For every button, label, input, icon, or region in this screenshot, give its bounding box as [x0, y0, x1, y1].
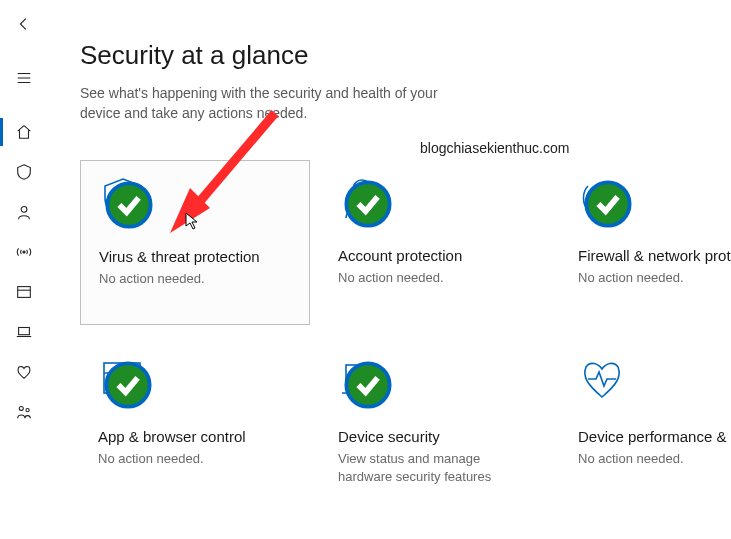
- card-grid: Virus & threat protection No action need…: [80, 160, 731, 506]
- heart-icon: [15, 363, 33, 381]
- main-content: Security at a glance See what's happenin…: [48, 0, 731, 539]
- hamburger-icon: [15, 69, 33, 87]
- card-virus-threat[interactable]: Virus & threat protection No action need…: [80, 160, 310, 325]
- svg-rect-2: [18, 287, 31, 298]
- card-performance-health[interactable]: Device performance & health No action ne…: [560, 341, 731, 506]
- nav-firewall[interactable]: [4, 232, 44, 272]
- page-subtitle: See what's happening with the security a…: [80, 83, 480, 124]
- nav-device-security[interactable]: [4, 312, 44, 352]
- card-status: No action needed.: [578, 269, 731, 287]
- card-title: Virus & threat protection: [99, 247, 291, 267]
- nav-performance[interactable]: [4, 352, 44, 392]
- menu-button[interactable]: [4, 58, 44, 98]
- svg-rect-3: [19, 328, 30, 335]
- back-arrow-icon: [15, 15, 33, 33]
- check-badge-icon: [344, 180, 392, 228]
- card-title: Firewall & network protection: [578, 246, 731, 266]
- nav-family[interactable]: [4, 392, 44, 432]
- watermark-text: blogchiasekienthuc.com: [420, 140, 569, 156]
- back-button[interactable]: [4, 4, 44, 44]
- check-badge-icon: [105, 181, 153, 229]
- card-account-protection[interactable]: Account protection No action needed.: [320, 160, 550, 325]
- laptop-icon: [15, 323, 33, 341]
- card-title: Device security: [338, 427, 532, 447]
- check-badge-icon: [104, 361, 152, 409]
- person-icon: [15, 203, 33, 221]
- card-title: Device performance & health: [578, 427, 731, 447]
- check-badge-icon: [584, 180, 632, 228]
- home-icon: [15, 123, 33, 141]
- card-status: No action needed.: [99, 270, 291, 288]
- sidebar: [0, 0, 48, 539]
- card-status: No action needed.: [578, 450, 731, 468]
- heart-pulse-icon: [578, 355, 626, 403]
- card-title: App & browser control: [98, 427, 292, 447]
- card-status: No action needed.: [338, 269, 532, 287]
- shield-icon: [15, 163, 33, 181]
- card-status: No action needed.: [98, 450, 292, 468]
- card-title: Account protection: [338, 246, 532, 266]
- nav-home[interactable]: [4, 112, 44, 152]
- page-title: Security at a glance: [80, 40, 731, 71]
- svg-point-4: [19, 406, 23, 410]
- card-status: View status and manage hardware security…: [338, 450, 532, 485]
- card-app-browser[interactable]: App & browser control No action needed.: [80, 341, 310, 506]
- family-icon: [15, 403, 33, 421]
- svg-point-1: [23, 251, 25, 253]
- svg-point-5: [26, 409, 29, 412]
- card-firewall[interactable]: Firewall & network protection No action …: [560, 160, 731, 325]
- nav-account[interactable]: [4, 192, 44, 232]
- nav-virus[interactable]: [4, 152, 44, 192]
- nav-app-browser[interactable]: [4, 272, 44, 312]
- antenna-icon: [15, 243, 33, 261]
- window-icon: [15, 283, 33, 301]
- card-device-security[interactable]: Device security View status and manage h…: [320, 341, 550, 506]
- svg-point-0: [21, 206, 27, 212]
- check-badge-icon: [344, 361, 392, 409]
